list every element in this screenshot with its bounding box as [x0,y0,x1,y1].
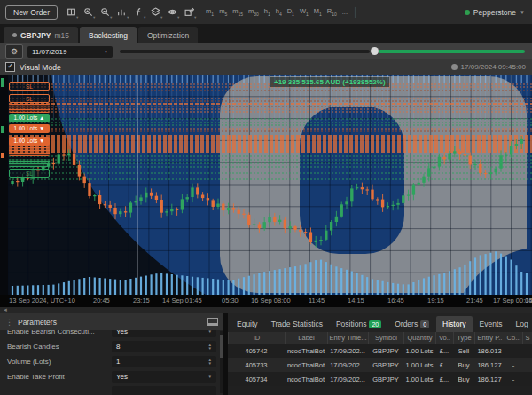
tab-positions[interactable]: Positions20 [330,316,387,332]
order-label-sl[interactable]: SL [9,82,50,91]
column-header-entrytime[interactable]: Entry Time... [327,332,368,344]
table-cell: 1.00 Lots [403,372,435,386]
table-cell: ncodThaiBot [285,344,327,358]
objects-icon[interactable]: ▼ [147,4,164,20]
edit-pattern-icon[interactable]: ▼ [181,4,198,20]
table-row[interactable]: 405742ncodThaiBot17/09/202...GBPJPY1.00 … [228,344,532,358]
table-cell: £... [435,344,453,358]
tab-history[interactable]: History [436,316,472,332]
column-header-entryp[interactable]: Entry P.. [474,332,505,344]
backtest-progress-slider[interactable] [120,43,525,59]
dock-panel-icon[interactable] [207,318,218,326]
timeframe-m1[interactable]: m1 [206,7,214,17]
chart-horizontal-scrollbar[interactable]: ◄ [0,307,532,313]
time-tick: 14:15 [348,296,364,304]
table-cell: GBPJPY [368,358,403,372]
timeframe-W1[interactable]: W1 [300,7,309,17]
column-header-label[interactable]: Label [285,332,327,344]
start-date-select[interactable]: 11/07/2019 ▼ [27,46,113,58]
column-header-quantity[interactable]: Quantity [403,332,435,344]
scroll-left-icon[interactable]: ◄ [3,307,8,313]
indicators-icon[interactable]: ▼ [113,4,130,20]
table-cell: - [505,372,522,386]
param-value-field[interactable] [112,386,216,395]
column-header-vo[interactable]: Vo.. [435,332,453,344]
tab-label: Trade Statistics [271,320,323,328]
zoom-in-icon[interactable]: ▼ [80,4,97,20]
param-value-field[interactable]: 1▲▼ [112,356,216,367]
column-header-s[interactable]: S [522,332,532,344]
timeframe-more[interactable]: ... [342,8,348,16]
param-label: Enable Bearish Consecuti... [0,330,112,336]
order-label-1-00-lots-[interactable]: 1.00 Lots ▼ [9,124,50,133]
chart-layout-icon[interactable]: ▼ [63,4,80,20]
function-icon[interactable]: ▼ [130,4,147,20]
timeframe-D1[interactable]: D1 [287,7,294,17]
table-row[interactable]: 405734ncodThaiBot17/09/202...GBPJPY1.00 … [228,372,532,386]
backtest-control-row: ⚙ 11/07/2019 ▼ [0,43,532,59]
table-row[interactable]: 405733ncodThaiBot17/09/202...GBPJPY1.00 … [228,358,532,372]
tab-events[interactable]: Events [473,316,509,332]
tab-label: Positions [336,320,367,328]
visual-mode-label: Visual Mode [20,63,61,72]
tab-backtesting[interactable]: Backtesting [80,27,137,43]
order-level-band[interactable] [9,147,50,156]
param-value: 8 [116,343,120,351]
timeframe-M1[interactable]: M1 [314,7,322,17]
param-value-field[interactable]: 8▲▼ [112,341,216,352]
start-date-value: 11/07/2019 [32,48,66,56]
stepper-icon[interactable]: ▲▼ [208,344,212,350]
column-header-id[interactable]: ID [228,332,285,344]
param-value-field[interactable]: Yes▼ [112,330,216,337]
chevron-down-icon[interactable]: ▼ [208,375,212,379]
tab-optimization[interactable]: Optimization [138,27,198,43]
time-tick: 23:15 [133,296,150,304]
order-label-1-00-lots-[interactable]: 1.00 Lots ▲ [9,114,50,122]
price-chart[interactable] [0,75,532,295]
order-label-sl[interactable]: SL [9,169,50,178]
stepper-icon[interactable]: ▲▼ [208,359,212,365]
table-cell: £... [435,358,453,372]
results-panel: EquityTrade StatisticsPositions20Orders0… [228,313,532,395]
column-header-type[interactable]: Type [453,332,474,344]
visibility-icon[interactable]: ▼ [164,4,181,20]
timeframe-h1[interactable]: h1 [264,7,270,17]
timeframe-m15[interactable]: m15 [232,7,243,17]
time-tick: 05:30 [222,296,239,304]
time-axis[interactable]: 13 Sep 2024, UTC+1020:4523:1514 Sep 01:4… [0,295,532,307]
chevron-down-icon[interactable]: ▼ [208,330,212,333]
symbol-timeframe: m15 [55,31,70,40]
progress-slider-thumb[interactable] [371,47,379,55]
visual-mode-checkbox[interactable]: ✓ [5,62,15,72]
profit-annotation: +19 385 515.65 AUD (+1938552%) [270,77,389,87]
param-value-field[interactable]: Yes▼ [112,371,216,383]
timeframe-m5[interactable]: m5 [219,7,227,17]
tab-symbol-chart[interactable]: GBPJPY m15 [4,27,78,43]
table-cell: 186.127 [474,358,505,372]
parameter-row: Enable Take ProfitYes▼ [0,369,223,384]
tab-equity[interactable]: Equity [231,316,264,332]
param-value: Yes [116,330,128,336]
column-header-co[interactable]: Co... [505,332,522,344]
tab-trade-statistics[interactable]: Trade Statistics [265,316,329,332]
parameters-scrollbar[interactable] [220,331,223,393]
order-label-1-00-lots-[interactable]: 1.00 Lots ▼ [9,137,50,146]
timeframe-m30[interactable]: m30 [248,7,259,17]
new-order-button[interactable]: New Order [5,5,58,20]
tab-orders[interactable]: Orders0 [388,316,435,332]
order-level-band[interactable] [9,159,50,167]
timeframe-h4[interactable]: h4 [276,7,282,17]
grip-icon[interactable]: ⋮ [5,318,13,327]
clock-dot-icon [451,64,458,70]
column-header-symbol[interactable]: Symbol [368,332,403,344]
backtest-settings-button[interactable]: ⚙ [5,44,23,59]
timeframe-R10[interactable]: R10 [327,7,337,17]
parameter-row [0,384,223,395]
price-chart-area[interactable]: SLSL1.00 Lots ▲1.00 Lots ▼1.00 Lots ▼SL … [0,75,532,295]
tab-log[interactable]: Log [510,316,532,332]
parameters-list: Enable Bearish Consecuti...Yes▼Bearish C… [0,330,223,395]
zoom-out-icon[interactable]: ▼ [97,4,113,20]
order-label-sl[interactable]: SL [9,94,50,103]
broker-menu[interactable]: Pepperstone ▼ [465,8,525,17]
order-level-band[interactable] [9,104,50,113]
